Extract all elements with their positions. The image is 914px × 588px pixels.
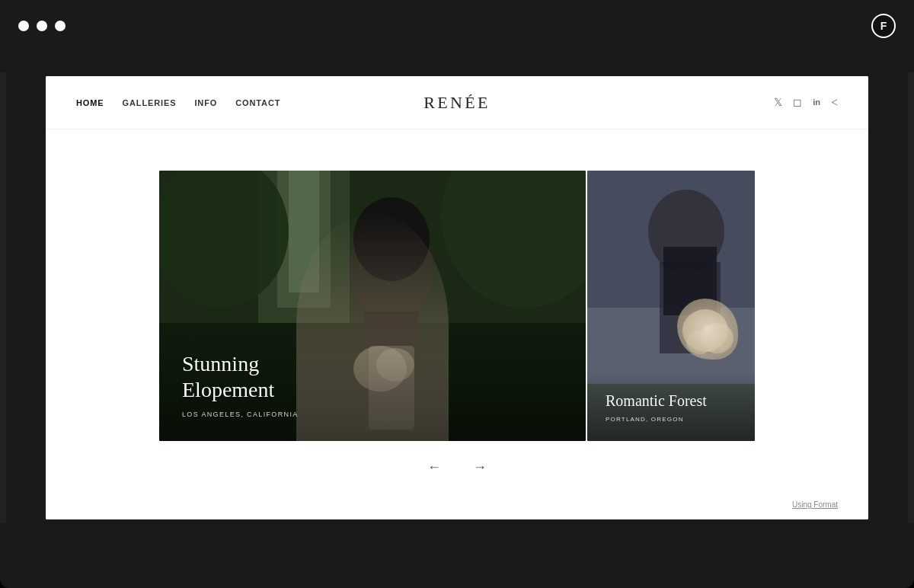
gallery-secondary-location: PORTLAND, OREGON <box>606 416 737 423</box>
gallery-secondary-overlay: Romantic Forest PORTLAND, OREGON <box>587 373 755 441</box>
nav-item-home[interactable]: HOME <box>76 98 104 107</box>
share-icon[interactable]: < <box>831 97 838 109</box>
svg-rect-17 <box>663 247 717 315</box>
navigation: HOME GALLERIES INFO CONTACT RENÉE 𝕏 ◻ in… <box>46 76 868 129</box>
svg-rect-4 <box>289 171 319 292</box>
nav-item-contact[interactable]: CONTACT <box>235 98 280 107</box>
main-content: StunningElopement LOS ANGELES, CALIFORNI… <box>46 129 868 519</box>
slider-prev-button[interactable]: ← <box>423 456 446 479</box>
svg-point-18 <box>682 309 728 352</box>
gallery-main-card[interactable]: StunningElopement LOS ANGELES, CALIFORNI… <box>159 171 586 441</box>
browser-dots <box>18 21 66 31</box>
gallery-main-title: StunningElopement <box>182 351 563 402</box>
gallery-secondary-card[interactable]: Romantic Forest PORTLAND, OREGON <box>587 171 755 441</box>
gallery-secondary-title: Romantic Forest <box>606 391 737 410</box>
footer-using-format[interactable]: Using Format <box>792 500 838 509</box>
nav-left: HOME GALLERIES INFO CONTACT <box>76 98 280 107</box>
nav-item-info[interactable]: INFO <box>194 98 217 107</box>
twitter-icon[interactable]: 𝕏 <box>774 97 782 108</box>
right-border <box>908 72 914 523</box>
browser-dot-3 <box>55 21 66 31</box>
site-logo[interactable]: RENÉE <box>423 93 490 113</box>
left-border <box>0 72 6 523</box>
svg-point-20 <box>686 330 714 354</box>
browser-favicon: F <box>871 14 896 38</box>
browser-window: HOME GALLERIES INFO CONTACT RENÉE 𝕏 ◻ in… <box>46 76 868 519</box>
gallery-main-location: LOS ANGELES, CALIFORNIA <box>182 411 563 418</box>
linkedin-icon[interactable]: in <box>813 98 820 107</box>
slider-next-button[interactable]: → <box>468 456 491 479</box>
gallery-container: StunningElopement LOS ANGELES, CALIFORNI… <box>46 171 868 441</box>
browser-dot-2 <box>37 21 47 31</box>
browser-dot-1 <box>18 21 29 31</box>
slider-navigation: ← → <box>423 456 491 479</box>
browser-frame: F HOME GALLERIES INFO CONTACT RENÉE 𝕏 ◻ … <box>0 0 914 588</box>
svg-point-9 <box>353 197 430 281</box>
browser-titlebar: F <box>0 0 914 52</box>
nav-social: 𝕏 ◻ in < <box>774 97 838 109</box>
nav-item-galleries[interactable]: GALLERIES <box>123 98 177 107</box>
svg-point-19 <box>700 323 733 353</box>
gallery-main-overlay: StunningElopement LOS ANGELES, CALIFORNI… <box>159 328 586 440</box>
instagram-icon[interactable]: ◻ <box>793 97 802 108</box>
